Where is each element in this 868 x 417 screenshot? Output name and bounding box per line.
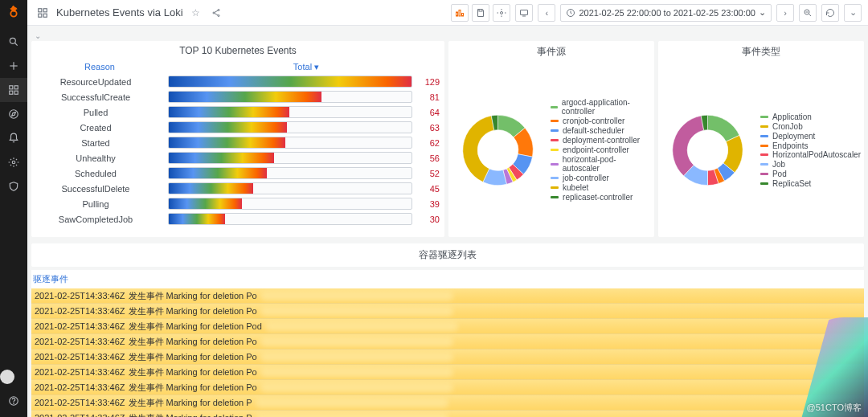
legend-item[interactable]: Job <box>760 160 861 169</box>
dashboard-content: ⌄ TOP 10 Kubernetes Events Reason Total … <box>27 26 868 417</box>
panel-eviction-logs-title[interactable]: 驱逐事件 <box>31 270 864 288</box>
alert-bell-icon[interactable] <box>0 126 27 150</box>
shield-icon[interactable] <box>0 174 27 198</box>
legend-item[interactable]: horizontal-pod-autoscaler <box>551 155 651 173</box>
legend-item[interactable]: argocd-application-controller <box>551 98 651 116</box>
table-row[interactable]: SawCompletedJob30 <box>31 211 444 227</box>
search-icon[interactable] <box>0 30 27 54</box>
svg-point-21 <box>218 14 219 16</box>
table-row[interactable]: Pulling39 <box>31 196 444 211</box>
row-label: Created <box>31 123 168 133</box>
star-icon[interactable]: ☆ <box>188 7 203 18</box>
row-label: Pulled <box>31 108 168 117</box>
log-line[interactable]: 2021-02-25T14:33:46Z发生事件 Marking for del… <box>31 380 864 395</box>
add-panel-button[interactable] <box>451 4 469 22</box>
log-timestamp: 2021-02-25T14:33:46Z <box>35 306 125 316</box>
legend-item[interactable]: default-scheduler <box>551 126 651 135</box>
log-timestamp: 2021-02-25T14:33:46Z <box>35 382 125 392</box>
col-total[interactable]: Total ▾ <box>168 62 444 72</box>
explore-icon[interactable] <box>0 102 27 126</box>
settings-button[interactable] <box>493 4 510 22</box>
svg-point-28 <box>501 11 503 14</box>
svg-point-14 <box>14 403 14 404</box>
save-button[interactable] <box>472 4 489 22</box>
panel-event-source: 事件源 argocd-application-controllercronjob… <box>448 41 654 237</box>
blurred-content <box>260 382 453 392</box>
time-forward-button[interactable]: › <box>776 4 794 22</box>
row-label: Started <box>31 138 168 148</box>
svg-line-34 <box>809 14 812 16</box>
legend-item[interactable]: endpoint-controller <box>551 145 651 154</box>
plus-icon[interactable] <box>0 54 27 78</box>
chevron-down-icon: ⌄ <box>759 7 766 18</box>
log-line[interactable]: 2021-02-25T14:33:46Z发生事件 Marking for del… <box>31 395 864 411</box>
log-message: 发生事件 Marking for deletion Po <box>129 366 257 378</box>
row-label: Pulling <box>31 199 168 209</box>
blurred-content <box>260 352 453 362</box>
table-row[interactable]: Created63 <box>31 120 444 135</box>
dashboard-nav-icon[interactable] <box>34 7 51 18</box>
row-value: 63 <box>417 123 444 133</box>
table-row[interactable]: Scheduled52 <box>31 166 444 181</box>
blurred-content <box>260 337 453 346</box>
refresh-interval-button[interactable]: ⌄ <box>844 4 862 22</box>
legend-item[interactable]: CronJob <box>760 122 861 131</box>
table-row[interactable]: Unhealthy56 <box>31 150 444 166</box>
dashboards-icon[interactable] <box>0 78 27 102</box>
svg-rect-8 <box>14 91 18 94</box>
legend-item[interactable]: cronjob-controller <box>551 117 651 125</box>
gear-icon[interactable] <box>0 150 27 174</box>
bar-fill <box>169 183 253 194</box>
legend-item[interactable]: Application <box>760 112 861 121</box>
blurred-content <box>260 367 453 377</box>
table-row[interactable]: SuccessfulDelete45 <box>31 181 444 196</box>
log-line[interactable]: 2021-02-25T14:33:46Z发生事件 Marking for del… <box>31 319 864 334</box>
svg-point-9 <box>10 110 18 119</box>
time-range-text: 2021-02-25 22:00:00 to 2021-02-25 23:00:… <box>579 8 755 18</box>
svg-rect-15 <box>39 8 42 11</box>
log-message: 发生事件 Marking for deletion Po <box>129 305 257 317</box>
zoom-out-button[interactable] <box>799 4 817 22</box>
help-icon[interactable] <box>0 389 27 413</box>
legend-item[interactable]: Deployment <box>760 132 861 141</box>
legend-item[interactable]: replicaset-controller <box>551 193 651 202</box>
legend-item[interactable]: job-controller <box>551 174 651 182</box>
svg-point-12 <box>12 161 15 164</box>
legend-item[interactable]: Pod <box>760 170 861 178</box>
legend-item[interactable]: kubelet <box>551 183 651 192</box>
time-back-button[interactable]: ‹ <box>538 4 555 22</box>
log-timestamp: 2021-02-25T14:33:46Z <box>35 291 125 300</box>
legend-item[interactable]: HorizontalPodAutoscaler <box>760 150 861 159</box>
table-row[interactable]: ResourceUpdated129 <box>31 74 444 89</box>
bar-fill <box>169 198 242 209</box>
legend-item[interactable]: deployment-controller <box>551 136 651 145</box>
log-line[interactable]: 2021-02-25T14:33:46Z发生事件 Marking for del… <box>31 350 864 365</box>
legend-item[interactable]: ReplicaSet <box>760 179 861 188</box>
svg-rect-25 <box>459 10 461 16</box>
log-line[interactable]: 2021-02-25T14:33:46Z发生事件 Marking for del… <box>31 304 864 319</box>
row-value: 30 <box>417 215 444 224</box>
table-row[interactable]: Started62 <box>31 135 444 150</box>
col-reason[interactable]: Reason <box>31 62 168 72</box>
table-row[interactable]: SuccessfulCreate81 <box>31 89 444 104</box>
row-collapse-button[interactable]: ⌄ <box>31 30 864 41</box>
bar-track <box>168 167 412 179</box>
log-line[interactable]: 2021-02-25T14:33:46Z发生事件 Marking for del… <box>31 334 864 350</box>
legend-item[interactable]: Endpoints <box>760 141 861 150</box>
log-line[interactable]: 2021-02-25T14:33:46Z发生事件 Marking for del… <box>31 288 864 304</box>
grafana-logo-icon[interactable] <box>5 4 23 22</box>
avatar[interactable] <box>0 370 14 384</box>
log-line[interactable]: 2021-02-25T14:33:46Z发生事件 Marking for del… <box>31 411 864 417</box>
table-row[interactable]: Pulled64 <box>31 104 444 120</box>
bar-fill <box>169 107 289 117</box>
svg-point-20 <box>213 12 215 14</box>
tv-mode-button[interactable] <box>515 4 533 22</box>
share-icon[interactable] <box>208 8 224 18</box>
svg-point-1 <box>10 38 15 43</box>
panel-top10-title: TOP 10 Kubernetes Events <box>31 41 444 60</box>
log-line[interactable]: 2021-02-25T14:33:46Z发生事件 Marking for del… <box>31 365 864 380</box>
bar-fill <box>169 76 411 87</box>
time-range-picker[interactable]: 2021-02-25 22:00:00 to 2021-02-25 23:00:… <box>560 4 772 22</box>
blurred-content <box>260 306 453 316</box>
refresh-button[interactable] <box>821 4 839 22</box>
